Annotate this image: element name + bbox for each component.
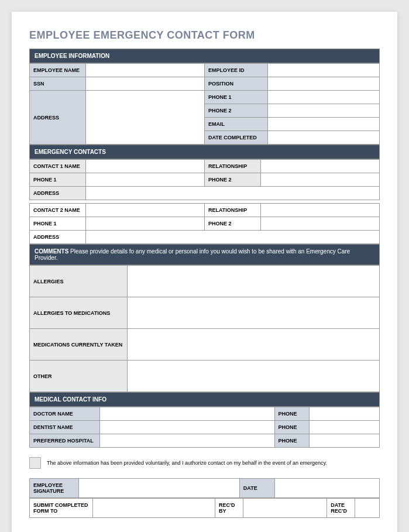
date-label: DATE [239, 479, 274, 498]
contact1-phone1-input[interactable] [85, 173, 204, 187]
email-input[interactable] [267, 118, 379, 131]
employee-signature-label: EMPLOYEE SIGNATURE [30, 479, 79, 498]
contact1-phone2-label: PHONE 2 [204, 173, 260, 187]
contact1-phone2-input[interactable] [260, 173, 379, 187]
submit-table: SUBMIT COMPLETED FORM TO REC'D BY DATE R… [29, 498, 380, 518]
hospital-phone-label: PHONE [274, 434, 310, 448]
position-label: POSITION [204, 77, 267, 91]
dentist-phone-input[interactable] [310, 421, 380, 434]
employee-info-header: EMPLOYEE INFORMATION [29, 49, 380, 63]
form-title: EMPLOYEE EMERGENCY CONTACT FORM [29, 29, 380, 42]
contact2-name-input[interactable] [85, 204, 204, 217]
emergency-contacts-header: EMERGENCY CONTACTS [29, 145, 380, 159]
recd-by-label: REC'D BY [215, 499, 243, 518]
allergies-medications-input[interactable] [128, 297, 380, 329]
phone1-input[interactable] [267, 91, 379, 104]
doctor-name-label: DOCTOR NAME [30, 407, 100, 421]
employee-info-table: EMPLOYEE NAME EMPLOYEE ID SSN POSITION A… [29, 63, 380, 145]
preferred-hospital-input[interactable] [99, 434, 274, 448]
dentist-phone-label: PHONE [274, 421, 310, 434]
contact2-address-label: ADDRESS [30, 231, 86, 244]
phone1-label: PHONE 1 [204, 91, 267, 104]
preferred-hospital-label: PREFERRED HOSPITAL [30, 434, 100, 448]
date-completed-label: DATE COMPLETED [204, 131, 267, 145]
other-input[interactable] [128, 361, 380, 392]
position-input[interactable] [267, 77, 379, 91]
contact1-relationship-label: RELATIONSHIP [204, 160, 260, 173]
submit-form-to-label: SUBMIT COMPLETED FORM TO [30, 499, 93, 518]
emergency-contacts-table: CONTACT 1 NAME RELATIONSHIP PHONE 1 PHON… [29, 159, 380, 244]
contact2-address-input[interactable] [85, 231, 379, 244]
recd-by-input[interactable] [243, 499, 327, 518]
employee-signature-input[interactable] [78, 479, 239, 498]
hospital-phone-input[interactable] [310, 434, 380, 448]
comments-header-bold: COMMENTS [35, 248, 68, 255]
submit-form-to-input[interactable] [92, 499, 215, 518]
allergies-label: ALLERGIES [30, 266, 128, 297]
authorization-checkbox[interactable] [29, 457, 41, 469]
email-label: EMAIL [204, 118, 267, 131]
allergies-medications-label: ALLERGIES TO MEDICATIONS [30, 297, 128, 329]
medications-taken-input[interactable] [128, 329, 380, 361]
dentist-name-label: DENTIST NAME [30, 421, 100, 434]
employee-name-label: EMPLOYEE NAME [30, 64, 86, 77]
employee-id-input[interactable] [267, 64, 379, 77]
phone2-input[interactable] [267, 104, 379, 118]
doctor-phone-label: PHONE [274, 407, 310, 421]
date-recd-label: DATE REC'D [327, 499, 355, 518]
medical-contact-table: DOCTOR NAME PHONE DENTIST NAME PHONE PRE… [29, 407, 380, 448]
contact2-relationship-label: RELATIONSHIP [204, 204, 260, 217]
contact2-name-label: CONTACT 2 NAME [30, 204, 86, 217]
date-completed-input[interactable] [267, 131, 379, 145]
address-input[interactable] [85, 91, 204, 145]
contact1-address-input[interactable] [85, 187, 379, 200]
signature-table: EMPLOYEE SIGNATURE DATE [29, 478, 380, 498]
comments-header-text: Please provide details fo any medical or… [35, 248, 350, 261]
medical-contact-header: MEDICAL CONTACT INFO [29, 392, 380, 407]
form-page: EMPLOYEE EMERGENCY CONTACT FORM EMPLOYEE… [12, 12, 397, 532]
medications-taken-label: MEDICATIONS CURRENTLY TAKEN [30, 329, 128, 361]
contact2-relationship-input[interactable] [260, 204, 379, 217]
contact2-phone2-input[interactable] [260, 217, 379, 231]
contact1-phone1-label: PHONE 1 [30, 173, 86, 187]
other-label: OTHER [30, 361, 128, 392]
dentist-name-input[interactable] [99, 421, 274, 434]
employee-id-label: EMPLOYEE ID [204, 64, 267, 77]
authorization-text: The above information has been provided … [47, 460, 327, 466]
contact2-phone2-label: PHONE 2 [204, 217, 260, 231]
comments-header: COMMENTS Please provide details fo any m… [29, 244, 380, 265]
contact2-phone1-label: PHONE 1 [30, 217, 86, 231]
date-input[interactable] [274, 479, 379, 498]
doctor-name-input[interactable] [99, 407, 274, 421]
authorization-row: The above information has been provided … [29, 456, 380, 470]
date-recd-input[interactable] [355, 499, 380, 518]
employee-name-input[interactable] [85, 64, 204, 77]
contact1-name-label: CONTACT 1 NAME [30, 160, 86, 173]
allergies-input[interactable] [128, 266, 380, 297]
comments-table: ALLERGIES ALLERGIES TO MEDICATIONS MEDIC… [29, 265, 380, 392]
ssn-input[interactable] [85, 77, 204, 91]
contact1-name-input[interactable] [85, 160, 204, 173]
contact1-address-label: ADDRESS [30, 187, 86, 200]
phone2-label: PHONE 2 [204, 104, 267, 118]
contact1-relationship-input[interactable] [260, 160, 379, 173]
doctor-phone-input[interactable] [310, 407, 380, 421]
address-label: ADDRESS [30, 91, 86, 145]
ssn-label: SSN [30, 77, 86, 91]
contact2-phone1-input[interactable] [85, 217, 204, 231]
